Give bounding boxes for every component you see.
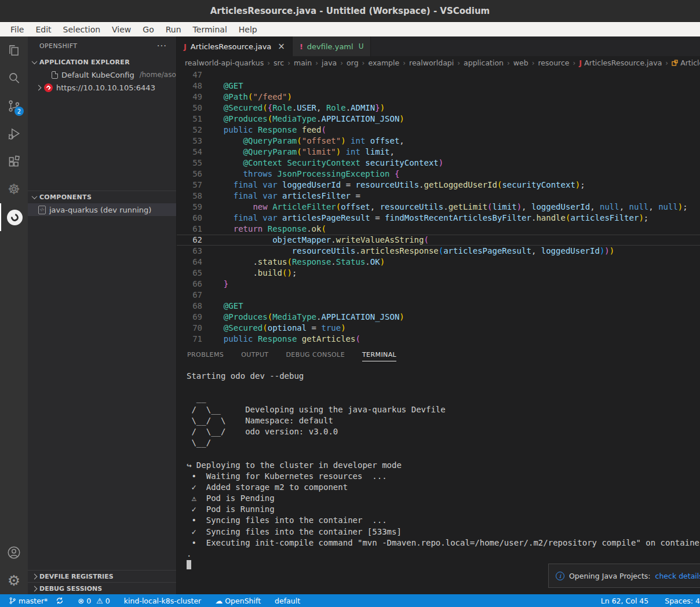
code-line[interactable]: 67 bbox=[177, 290, 700, 301]
menu-run[interactable]: Run bbox=[161, 24, 186, 35]
menu-selection[interactable]: Selection bbox=[59, 24, 105, 35]
indentation-status[interactable]: Spaces: 4 bbox=[661, 594, 700, 607]
menu-help[interactable]: Help bbox=[234, 24, 262, 35]
code-line[interactable]: 68 @GET bbox=[177, 301, 700, 312]
code-line[interactable]: 56 throws JsonProcessingException { bbox=[177, 169, 700, 180]
breadcrumb-item[interactable]: main bbox=[294, 58, 312, 67]
code-line[interactable]: 71 public Response getArticles( bbox=[177, 334, 700, 345]
code-line[interactable]: 49 @Path("/feed") bbox=[177, 92, 700, 103]
terminal-line: • Waiting for Kubernetes resources ... bbox=[187, 471, 700, 482]
breadcrumb: realworld-api-quarkus›src›main›java›org›… bbox=[177, 56, 700, 70]
code-line[interactable]: 64 .status(Response.Status.OK) bbox=[177, 257, 700, 268]
code-line[interactable]: 60 final var articlesPageResult = findMo… bbox=[177, 213, 700, 224]
menu-terminal[interactable]: Terminal bbox=[188, 24, 232, 35]
breadcrumb-separator: › bbox=[507, 59, 510, 67]
breadcrumb-separator: › bbox=[362, 59, 365, 67]
menu-edit[interactable]: Edit bbox=[31, 24, 56, 35]
section-components[interactable]: COMPONENTS bbox=[28, 191, 176, 203]
sidebar-view-header: OPENSHIFT ··· bbox=[28, 36, 176, 56]
openshift-icon[interactable] bbox=[0, 203, 28, 231]
line-number: 70 bbox=[177, 323, 202, 334]
code-line[interactable]: 48 @GET bbox=[177, 81, 700, 92]
more-actions-icon[interactable]: ··· bbox=[157, 41, 167, 52]
tab-devfile-yaml[interactable]: ! devfile.yaml U bbox=[293, 36, 371, 56]
tab-debug-console[interactable]: DEBUG CONSOLE bbox=[286, 348, 345, 361]
line-number: 47 bbox=[177, 70, 202, 81]
code-line[interactable]: 62 objectMapper.writeValueAsString( bbox=[177, 235, 700, 246]
search-icon[interactable] bbox=[0, 64, 28, 92]
notification-toast[interactable]: i Opening Java Projects: check details bbox=[548, 564, 700, 588]
error-icon: ⊗ bbox=[78, 597, 84, 605]
breadcrumb-separator: › bbox=[267, 59, 270, 67]
terminal-output[interactable]: Starting odo dev --debug __ / \__ Develo… bbox=[177, 364, 700, 594]
code-line[interactable]: 59 new ArticleFilter(offset, resourceUti… bbox=[177, 202, 700, 213]
section-devfile-registries[interactable]: DEVFILE REGISTRIES bbox=[28, 570, 176, 582]
code-line[interactable]: 53 @QueryParam("offset") int offset, bbox=[177, 136, 700, 147]
code-line[interactable]: 70 @Secured(optional = true) bbox=[177, 323, 700, 334]
tree-item-default-kubeconfig[interactable]: Default KubeConfig /home/aso... bbox=[28, 68, 176, 81]
line-number: 59 bbox=[177, 202, 202, 213]
tab-articlesresource-java[interactable]: J ArticlesResource.java × bbox=[177, 36, 293, 56]
breadcrumb-item[interactable]: realworldapi bbox=[409, 58, 454, 67]
code-line[interactable]: 63 resourceUtils.articlesResponse(articl… bbox=[177, 246, 700, 257]
account-icon[interactable] bbox=[0, 539, 28, 566]
breadcrumb-item[interactable]: java bbox=[322, 58, 337, 67]
code-line[interactable]: 65 .build(); bbox=[177, 268, 700, 279]
openshift-status[interactable]: ☁ OpenShift bbox=[211, 594, 265, 607]
breadcrumb-item[interactable]: application bbox=[464, 58, 504, 67]
cursor-position-status[interactable]: Ln 62, Col 45 bbox=[597, 594, 652, 607]
settings-gear-icon[interactable]: ⚙ bbox=[0, 566, 28, 594]
code-line[interactable]: 61 return Response.ok( bbox=[177, 224, 700, 235]
breadcrumb-item[interactable]: src bbox=[274, 58, 284, 67]
tab-output[interactable]: OUTPUT bbox=[241, 348, 268, 361]
breadcrumb-separator: › bbox=[340, 59, 343, 67]
tab-terminal[interactable]: TERMINAL bbox=[362, 348, 396, 361]
menu-bar: File Edit Selection View Go Run Terminal… bbox=[0, 22, 700, 36]
code-line[interactable]: 58 final var articlesFilter = bbox=[177, 191, 700, 202]
code-editor[interactable]: 4748 @GET49 @Path("/feed")50 @Secured({R… bbox=[177, 70, 700, 345]
menu-view[interactable]: View bbox=[107, 24, 136, 35]
code-line[interactable]: 66 } bbox=[177, 279, 700, 290]
cluster-status[interactable]: kind-local-k8s-cluster bbox=[120, 594, 205, 607]
breadcrumb-item[interactable]: example bbox=[368, 58, 399, 67]
tree-item-cluster-url[interactable]: https://10.10.10.105:6443 bbox=[28, 81, 176, 94]
explorer-icon[interactable] bbox=[0, 36, 28, 64]
section-debug-sessions[interactable]: DEBUG SESSIONS bbox=[28, 582, 176, 594]
namespace-status[interactable]: default bbox=[271, 594, 304, 607]
file-icon bbox=[52, 71, 58, 79]
line-number: 63 bbox=[177, 246, 202, 257]
kubernetes-icon[interactable]: ☸ bbox=[0, 175, 28, 203]
code-line[interactable]: 57 final var loggedUserId = resourceUtil… bbox=[177, 180, 700, 191]
line-number: 49 bbox=[177, 92, 202, 103]
close-icon[interactable]: × bbox=[278, 41, 285, 52]
check-details-link[interactable]: check details bbox=[655, 572, 700, 580]
sync-button[interactable] bbox=[52, 594, 68, 607]
problems-status[interactable]: ⊗ 0 ⚠ 0 bbox=[74, 594, 114, 607]
extensions-icon[interactable] bbox=[0, 148, 28, 175]
code-line[interactable]: 54 @QueryParam("limit") int limit, bbox=[177, 147, 700, 158]
breadcrumb-item[interactable]: org bbox=[347, 58, 359, 67]
code-line[interactable]: 52 public Response feed( bbox=[177, 125, 700, 136]
menu-file[interactable]: File bbox=[6, 24, 28, 35]
section-application-explorer[interactable]: APPLICATION EXPLORER bbox=[28, 56, 176, 68]
tree-item-java-quarkus[interactable]: ‹/› java-quarkus (dev running) bbox=[28, 203, 176, 216]
breadcrumb-item[interactable]: resource bbox=[538, 58, 569, 67]
run-and-debug-icon[interactable] bbox=[0, 120, 28, 148]
git-branch-status[interactable]: master* bbox=[5, 594, 52, 607]
code-line[interactable]: 51 @Produces(MediaType.APPLICATION_JSON) bbox=[177, 114, 700, 125]
tab-problems[interactable]: PROBLEMS bbox=[187, 348, 224, 361]
breadcrumb-item[interactable]: web bbox=[513, 58, 528, 67]
code-line[interactable]: 69 @Produces(MediaType.APPLICATION_JSON) bbox=[177, 312, 700, 323]
code-line[interactable]: 50 @Secured({Role.USER, Role.ADMIN}) bbox=[177, 103, 700, 114]
breadcrumb-item[interactable]: ArticlesReso bbox=[672, 58, 700, 67]
code-line[interactable]: 55 @Context SecurityContext securityCont… bbox=[177, 158, 700, 169]
menu-go[interactable]: Go bbox=[138, 24, 158, 35]
breadcrumb-item[interactable]: realworld-api-quarkus bbox=[185, 58, 264, 67]
line-number: 64 bbox=[177, 257, 202, 268]
terminal-line: ↪ Deploying to the cluster in developer … bbox=[187, 460, 700, 471]
code-line[interactable]: 47 bbox=[177, 70, 700, 81]
git-untracked-badge: U bbox=[359, 42, 364, 50]
source-control-icon[interactable]: 2 bbox=[0, 92, 28, 120]
activity-bar: 2 ☸ ⚙ bbox=[0, 36, 28, 594]
breadcrumb-item[interactable]: JArticlesResource.java bbox=[579, 58, 662, 67]
